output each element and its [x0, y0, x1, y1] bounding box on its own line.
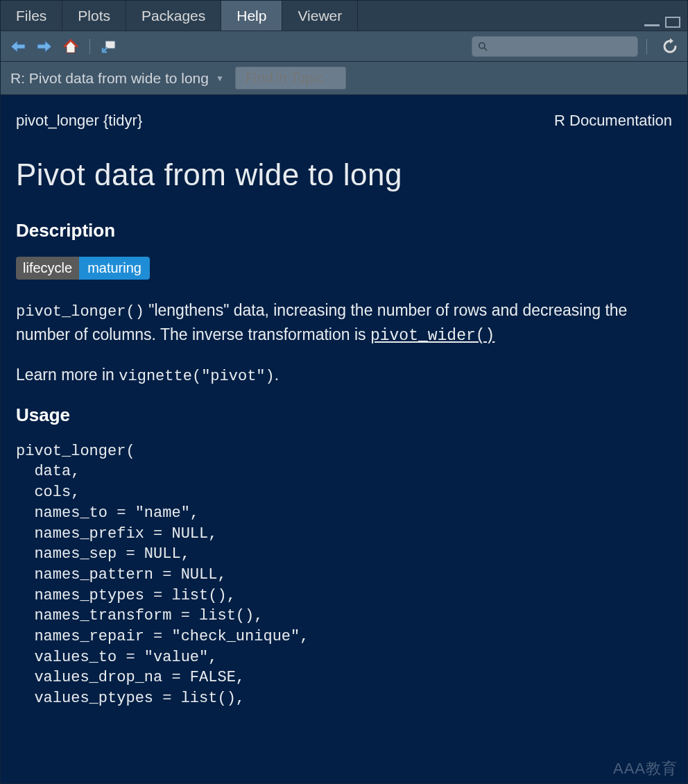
forward-button[interactable] — [34, 36, 55, 57]
svg-line-2 — [484, 47, 487, 50]
chevron-down-icon: ▼ — [216, 74, 224, 83]
doc-topic: pivot_longer {tidyr} — [16, 112, 142, 130]
badge-right: maturing — [79, 257, 150, 280]
page-title: Pivot data from wide to long — [16, 157, 672, 192]
lifecycle-badge: lifecycle maturing — [16, 257, 672, 280]
help-toolbar — [1, 31, 687, 62]
help-search[interactable] — [472, 36, 638, 57]
desc-text-2: Learn more in — [16, 366, 119, 384]
help-search-input[interactable] — [492, 40, 632, 53]
section-usage: Usage — [16, 404, 672, 426]
pane-window-controls — [644, 1, 687, 31]
doc-set: R Documentation — [554, 112, 672, 130]
back-button[interactable] — [8, 36, 28, 57]
badge-left: lifecycle — [16, 257, 79, 280]
refresh-button[interactable] — [660, 36, 680, 57]
maximize-icon[interactable] — [665, 17, 680, 28]
tab-plots[interactable]: Plots — [62, 1, 126, 31]
desc-text-3: . — [275, 366, 279, 384]
link-pivot-wider[interactable]: pivot_wider() — [370, 327, 495, 345]
search-icon — [478, 41, 488, 52]
minimize-icon[interactable] — [644, 24, 660, 26]
help-content: pivot_longer {tidyr} R Documentation Piv… — [1, 95, 687, 783]
code-pivot-longer: pivot_longer() — [16, 303, 144, 321]
description-paragraph-2: Learn more in vignette("pivot"). — [16, 364, 672, 388]
breadcrumb-bar: R: Pivot data from wide to long ▼ — [1, 62, 687, 95]
breadcrumb-label: R: Pivot data from wide to long — [10, 70, 209, 87]
find-in-topic-input[interactable] — [235, 67, 346, 90]
show-in-window-button[interactable] — [98, 36, 119, 57]
tab-help[interactable]: Help — [221, 1, 282, 31]
pane-tabs: Files Plots Packages Help Viewer — [1, 1, 687, 31]
home-button[interactable] — [60, 36, 81, 57]
tab-packages[interactable]: Packages — [126, 1, 221, 31]
usage-code-block: pivot_longer( data, cols, names_to = "na… — [16, 441, 672, 709]
tab-viewer[interactable]: Viewer — [282, 1, 358, 31]
doc-header: pivot_longer {tidyr} R Documentation — [16, 112, 672, 130]
tab-files[interactable]: Files — [1, 1, 62, 31]
description-paragraph-1: pivot_longer() "lengthens" data, increas… — [16, 299, 672, 347]
section-description: Description — [16, 220, 672, 241]
watermark: AAA教育 — [613, 758, 678, 779]
breadcrumb[interactable]: R: Pivot data from wide to long ▼ — [10, 70, 224, 87]
toolbar-separator — [89, 39, 90, 54]
toolbar-separator-2 — [646, 39, 647, 54]
code-vignette: vignette("pivot") — [119, 368, 274, 385]
